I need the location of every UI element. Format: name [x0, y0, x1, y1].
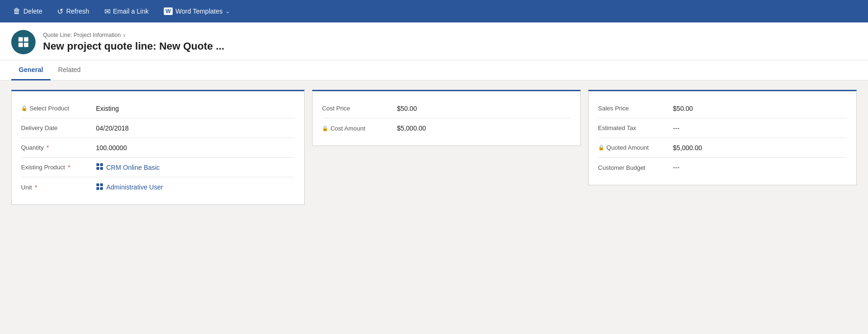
tab-related[interactable]: Related — [51, 60, 88, 80]
email-link-button[interactable]: ✉ Email a Link — [99, 4, 154, 19]
required-star: * — [46, 144, 49, 151]
svg-rect-8 — [96, 183, 99, 186]
breadcrumb-chevron-icon[interactable]: ∨ — [123, 33, 126, 38]
word-templates-button[interactable]: W Word Templates ⌄ — [158, 5, 235, 18]
left-card: 🔒 Select Product Existing Delivery Date … — [11, 90, 305, 205]
field-row-existing-product: Existing Product * CRM Online Basic — [21, 158, 295, 177]
page-header: Quote Line: Project Information ∨ New pr… — [0, 22, 868, 60]
field-row-quoted-amount: 🔒 Quoted Amount $5,000.00 — [598, 138, 847, 158]
delivery-date-value[interactable]: 04/20/2018 — [96, 124, 129, 132]
chevron-down-icon: ⌄ — [226, 8, 230, 15]
delete-label: Delete — [23, 7, 42, 15]
email-icon: ✉ — [104, 7, 110, 16]
sales-price-value[interactable]: $50.00 — [673, 105, 693, 112]
email-link-label: Email a Link — [113, 7, 149, 15]
field-row-select-product: 🔒 Select Product Existing — [21, 99, 295, 118]
refresh-label: Refresh — [66, 7, 89, 15]
quoted-amount-label: 🔒 Quoted Amount — [598, 144, 673, 151]
tab-general[interactable]: General — [11, 60, 51, 80]
quantity-label: Quantity * — [21, 144, 96, 151]
customer-budget-label: Customer Budget — [598, 164, 673, 171]
svg-rect-0 — [19, 37, 23, 42]
svg-rect-10 — [96, 187, 99, 190]
svg-rect-4 — [96, 163, 99, 166]
select-product-label: 🔒 Select Product — [21, 105, 96, 112]
field-row-customer-budget: Customer Budget --- — [598, 158, 847, 177]
right-card: Sales Price $50.00 Estimated Tax --- 🔒 Q… — [588, 90, 857, 185]
cost-price-label: Cost Price — [322, 105, 397, 112]
estimated-tax-label: Estimated Tax — [598, 124, 673, 131]
estimated-tax-value: --- — [673, 124, 679, 132]
main-content: 🔒 Select Product Existing Delivery Date … — [0, 80, 868, 321]
breadcrumb: Quote Line: Project Information ∨ — [43, 32, 224, 38]
breadcrumb-text: Quote Line: Project Information — [43, 32, 121, 38]
unit-link-icon — [96, 183, 103, 192]
svg-rect-1 — [24, 37, 28, 42]
sales-price-label: Sales Price — [598, 105, 673, 112]
entity-icon — [11, 30, 36, 54]
svg-rect-3 — [24, 43, 28, 47]
select-product-value[interactable]: Existing — [96, 105, 119, 112]
cards-row: 🔒 Select Product Existing Delivery Date … — [11, 90, 857, 205]
field-row-cost-amount: 🔒 Cost Amount $5,000.00 — [322, 118, 571, 138]
cost-amount-label: 🔒 Cost Amount — [322, 125, 397, 132]
svg-rect-7 — [100, 167, 103, 170]
field-row-sales-price: Sales Price $50.00 — [598, 99, 847, 118]
existing-product-value[interactable]: CRM Online Basic — [96, 163, 160, 172]
required-star-2: * — [68, 164, 70, 171]
unit-value[interactable]: Administrative User — [96, 183, 163, 192]
quantity-value[interactable]: 100.00000 — [96, 144, 127, 152]
field-row-cost-price: Cost Price $50.00 — [322, 99, 571, 118]
cost-amount-value[interactable]: $5,000.00 — [397, 124, 426, 132]
unit-label: Unit * — [21, 184, 96, 191]
field-row-estimated-tax: Estimated Tax --- — [598, 118, 847, 138]
existing-product-label: Existing Product * — [21, 164, 96, 171]
svg-rect-5 — [100, 163, 103, 166]
quoted-amount-value[interactable]: $5,000.00 — [673, 144, 702, 152]
delete-icon: 🗑 — [13, 7, 21, 15]
required-star-3: * — [35, 184, 37, 191]
svg-rect-9 — [100, 183, 103, 186]
svg-rect-2 — [19, 43, 23, 47]
refresh-button[interactable]: ↺ Refresh — [51, 4, 95, 19]
svg-rect-6 — [96, 167, 99, 170]
word-templates-label: Word Templates — [175, 7, 223, 15]
field-row-delivery-date: Delivery Date 04/20/2018 — [21, 118, 295, 138]
field-row-quantity: Quantity * 100.00000 — [21, 138, 295, 158]
customer-budget-value: --- — [673, 164, 679, 171]
middle-card: Cost Price $50.00 🔒 Cost Amount $5,000.0… — [312, 90, 581, 146]
product-link-icon — [96, 163, 103, 172]
word-icon: W — [164, 7, 173, 15]
field-row-unit: Unit * Administrative User — [21, 177, 295, 197]
delivery-date-label: Delivery Date — [21, 124, 96, 131]
cost-price-value[interactable]: $50.00 — [397, 105, 417, 112]
quoted-amount-lock-icon: 🔒 — [598, 145, 605, 151]
cost-amount-lock-icon: 🔒 — [322, 125, 328, 131]
svg-rect-11 — [100, 187, 103, 190]
delete-button[interactable]: 🗑 Delete — [7, 4, 48, 18]
tabs: General Related — [0, 60, 868, 80]
header-text: Quote Line: Project Information ∨ New pr… — [43, 32, 224, 52]
lock-icon: 🔒 — [21, 105, 28, 111]
refresh-icon: ↺ — [57, 7, 63, 16]
toolbar: 🗑 Delete ↺ Refresh ✉ Email a Link W Word… — [0, 0, 868, 22]
page-title: New project quote line: New Quote ... — [43, 40, 224, 52]
